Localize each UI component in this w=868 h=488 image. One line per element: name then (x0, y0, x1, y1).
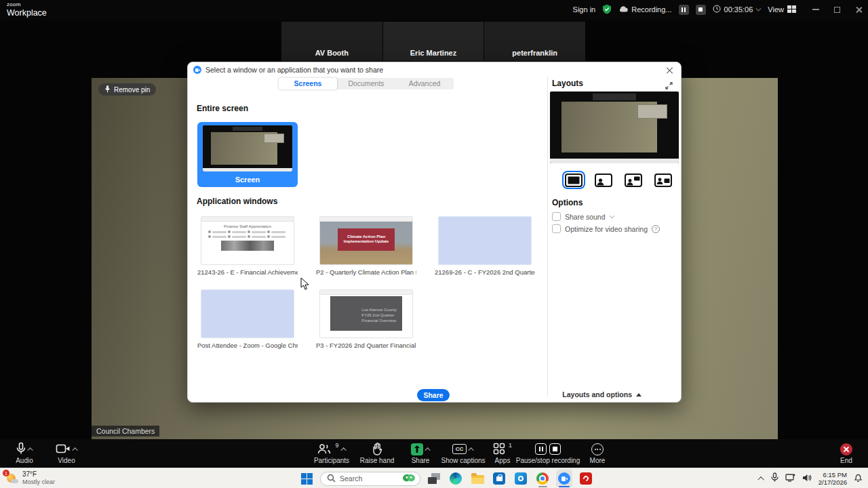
stop-icon[interactable] (549, 443, 561, 455)
weather-temp: 37°F (22, 470, 55, 479)
window-caption: 21269-26 - C - FY2026 2nd Quarter Fina..… (435, 268, 535, 276)
meeting-timer[interactable]: 00:35:06 (713, 5, 762, 14)
pause-stop-recording-button[interactable]: Pause/stop recording (511, 442, 585, 464)
store-app[interactable] (491, 470, 507, 487)
task-view-button[interactable] (426, 470, 442, 487)
screen-tile-label: Screen (197, 176, 298, 184)
cloud-icon (618, 5, 628, 14)
brand-workplace: Workplace (7, 9, 47, 18)
maximize-icon[interactable] (834, 7, 840, 13)
participant-tile[interactable]: Eric Martinez (383, 22, 484, 61)
pause-recording-button[interactable] (679, 5, 689, 15)
participant-tile[interactable]: AV Booth (281, 22, 382, 61)
start-button[interactable] (298, 470, 315, 487)
cursor-arrow (300, 277, 310, 291)
outlook-app[interactable] (513, 470, 529, 487)
notification-bell-icon[interactable] (854, 472, 863, 485)
chevron-down-icon[interactable] (609, 213, 614, 218)
chevron-up-icon[interactable] (468, 447, 473, 453)
recording-label: Recording... (631, 5, 671, 14)
zoom-app[interactable] (556, 470, 572, 487)
raise-hand-button[interactable]: Raise hand (353, 442, 401, 464)
taskbar-search[interactable]: Search (320, 472, 420, 486)
show-captions-button[interactable]: CC Show captions (434, 442, 492, 464)
window-tile-financial-overview[interactable]: Los Alamos County FY26 2nd Quarter Finan… (319, 289, 413, 338)
tab-screens[interactable]: Screens (279, 78, 337, 89)
pin-icon (104, 85, 111, 94)
ellipsis-icon (591, 443, 604, 455)
cast-display-icon[interactable] (785, 472, 795, 485)
doc-thumb-grid (201, 228, 294, 238)
help-icon[interactable]: ? (652, 225, 660, 233)
stop-recording-button[interactable] (696, 5, 706, 15)
chevron-up-icon[interactable] (425, 447, 430, 453)
window-tile-fy2026-quarter[interactable] (438, 216, 532, 265)
participants-button[interactable]: 9 Participants (303, 442, 360, 464)
chrome-app[interactable] (534, 470, 551, 487)
tab-advanced[interactable]: Advanced (395, 78, 454, 89)
tray-time: 6:15 PM (818, 471, 847, 479)
audio-button[interactable]: Audio (7, 442, 42, 464)
participant-tile[interactable]: peterfranklin (484, 22, 585, 61)
chevron-down-icon (756, 6, 762, 12)
zoom-app-icon (193, 66, 201, 74)
layout-option-side-by-side[interactable] (652, 171, 675, 189)
layout-option-speaker[interactable] (592, 171, 615, 189)
pause-icon[interactable] (535, 443, 547, 455)
share-confirm-button[interactable]: Share (417, 389, 450, 401)
edge-icon (450, 472, 462, 485)
speaker-icon[interactable] (802, 472, 812, 485)
tray-clock[interactable]: 6:15 PM 2/17/2026 (818, 471, 847, 487)
video-button[interactable]: Video (48, 442, 85, 464)
room-name-label: Council Chambers (92, 426, 159, 436)
share-screen-button[interactable]: Share (403, 442, 438, 464)
screen: zoom Workplace Sign in Recording... 00:3… (0, 0, 868, 488)
store-icon (493, 472, 505, 485)
brand-zoom: zoom (7, 2, 47, 7)
panel-divider (547, 76, 548, 396)
camera-icon (56, 443, 71, 455)
tray-mic-icon[interactable] (771, 472, 778, 485)
optimize-video-checkbox[interactable] (552, 224, 561, 233)
expand-icon[interactable] (665, 80, 673, 92)
layout-option-fullscreen[interactable] (562, 171, 585, 189)
remove-pin-button[interactable]: Remove pin (98, 83, 156, 96)
participant-name: peterfranklin (484, 49, 585, 57)
minimize-icon[interactable] (812, 9, 819, 10)
entire-screen-heading: Entire screen (197, 104, 248, 113)
more-button[interactable]: More (580, 442, 614, 464)
window-tile-climate-plan[interactable]: Climate Action Plan Implementation Updat… (319, 216, 413, 265)
dialog-close-icon[interactable] (665, 66, 674, 75)
chevron-up-icon[interactable] (27, 447, 33, 453)
recording-status: Recording... (618, 5, 671, 14)
hidden-icons-chevron[interactable] (757, 476, 764, 483)
timer-value: 00:35:06 (724, 5, 753, 14)
acrobat-app[interactable] (578, 470, 594, 487)
slide-thumb-dark: Los Alamos County FY26 2nd Quarter Finan… (330, 296, 402, 331)
window-caption: 21243-26 - E - Financial Achievement a..… (197, 268, 298, 276)
chevron-up-icon[interactable] (340, 447, 346, 453)
tab-documents[interactable]: Documents (337, 78, 395, 89)
share-sound-checkbox[interactable] (552, 212, 561, 221)
window-tile-financial-achievement[interactable]: Finance Staff Appreciation (201, 216, 294, 265)
tray-date: 2/17/2026 (818, 479, 847, 486)
end-call-icon (840, 443, 852, 455)
end-meeting-button[interactable]: End (831, 442, 861, 464)
weather-desc: Mostly clear (22, 479, 55, 486)
weather-widget[interactable]: 1 37°F Mostly clear (5, 470, 55, 486)
chevron-up-icon[interactable] (72, 447, 77, 453)
slide-thumb-banner: Climate Action Plan Implementation Updat… (338, 228, 395, 251)
layout-option-speaker-thumb[interactable] (622, 171, 645, 189)
window-tile-post-attendee[interactable] (201, 289, 294, 338)
file-explorer-app[interactable] (469, 470, 486, 487)
layouts-and-options-toggle[interactable]: Layouts and options (562, 390, 642, 399)
sign-in-link[interactable]: Sign in (573, 5, 596, 14)
share-sound-label: Share sound (565, 213, 606, 221)
view-button[interactable]: View (768, 5, 796, 14)
mask-icon (402, 473, 416, 484)
edge-app[interactable] (448, 470, 464, 487)
close-icon[interactable] (855, 6, 863, 14)
participants-count: 9 (335, 442, 338, 449)
entire-screen-tile[interactable]: Screen (197, 122, 298, 187)
shield-check-icon (602, 4, 612, 16)
